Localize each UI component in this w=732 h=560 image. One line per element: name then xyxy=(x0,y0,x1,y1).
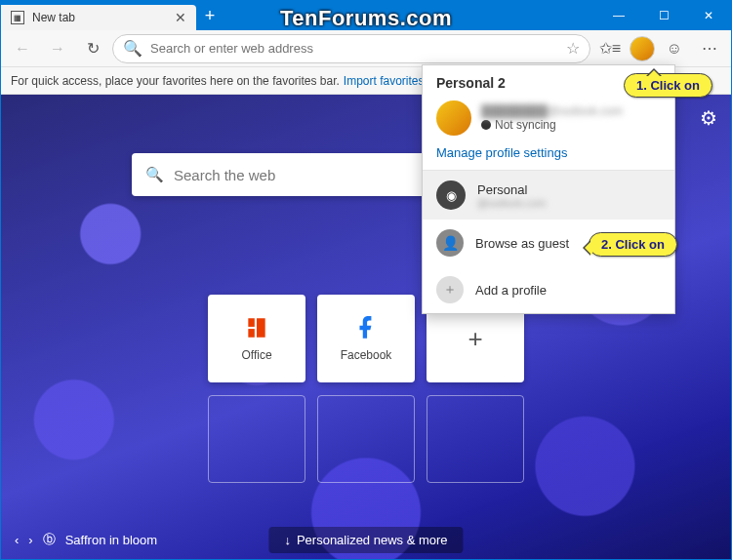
plus-icon: + xyxy=(468,324,482,354)
profile-button[interactable] xyxy=(630,36,655,61)
facebook-icon xyxy=(353,315,379,340)
svg-rect-1 xyxy=(257,318,265,338)
manage-profile-link[interactable]: Manage profile settings xyxy=(423,141,674,170)
svg-rect-2 xyxy=(248,329,255,338)
ntp-footer: ‹ › ⓑ Saffron in bloom ↓ Personalized ne… xyxy=(1,520,731,559)
browser-tab[interactable]: ▦ New tab ✕ xyxy=(1,5,196,30)
svg-rect-0 xyxy=(248,318,255,327)
annotation-callout-2: 2. Click on xyxy=(589,232,677,257)
window-controls: — ☐ ✕ xyxy=(596,1,731,30)
close-button[interactable]: ✕ xyxy=(686,1,731,30)
tile-placeholder xyxy=(427,395,524,483)
sync-status: Not syncing xyxy=(481,118,623,132)
prev-image-button[interactable]: ‹ xyxy=(15,533,19,547)
profile-name: Personal xyxy=(477,182,546,197)
maximize-button[interactable]: ☐ xyxy=(641,1,686,30)
guest-icon: 👤 xyxy=(436,229,464,257)
tab-favicon: ▦ xyxy=(11,11,24,24)
titlebar: ▦ New tab ✕ + — ☐ ✕ xyxy=(1,1,731,30)
avatar-icon: ◉ xyxy=(436,180,466,210)
news-toggle[interactable]: ↓ Personalized news & more xyxy=(268,527,463,553)
profile-email: ████████@outlook.com xyxy=(481,104,623,118)
quick-links-row2 xyxy=(208,395,524,483)
address-input[interactable] xyxy=(150,41,558,56)
search-icon: 🔍 xyxy=(123,39,142,58)
favorites-button[interactable]: ✩≡ xyxy=(594,33,626,64)
switch-profile-personal[interactable]: ◉ Personal @outlook.com xyxy=(423,171,674,220)
back-button[interactable]: ← xyxy=(7,33,38,64)
refresh-button[interactable]: ↻ xyxy=(77,33,108,64)
tile-office[interactable]: Office xyxy=(208,295,305,382)
ntp-search-placeholder: Search the web xyxy=(174,167,275,183)
tile-placeholder xyxy=(208,395,305,483)
feedback-button[interactable]: ☺ xyxy=(659,33,690,64)
new-tab-button[interactable]: + xyxy=(196,1,224,30)
profile-flyout: Personal 2 ████████@outlook.com Not sync… xyxy=(422,64,675,314)
profile-email: @outlook.com xyxy=(477,197,546,209)
sync-dot-icon xyxy=(481,120,491,130)
favorite-star-icon[interactable]: ☆ xyxy=(566,39,580,58)
favorites-bar-text: For quick access, place your favorites h… xyxy=(11,74,340,88)
avatar-icon xyxy=(436,100,471,136)
bing-icon: ⓑ xyxy=(43,531,56,548)
current-profile: ████████@outlook.com Not syncing xyxy=(423,95,674,141)
page-settings-button[interactable]: ⚙ xyxy=(700,106,717,130)
tab-title: New tab xyxy=(32,11,167,24)
office-icon xyxy=(244,315,269,340)
menu-button[interactable]: ⋯ xyxy=(694,33,725,64)
add-profile-icon: ＋ xyxy=(436,276,464,303)
image-caption: Saffron in bloom xyxy=(65,533,157,547)
next-image-button[interactable]: › xyxy=(28,533,32,547)
tile-label: Facebook xyxy=(341,348,392,362)
tab-close-icon[interactable]: ✕ xyxy=(175,10,186,25)
add-profile[interactable]: ＋ Add a profile xyxy=(423,266,674,313)
tile-placeholder xyxy=(317,395,415,483)
news-label: Personalized news & more xyxy=(297,533,448,547)
tile-facebook[interactable]: Facebook xyxy=(317,295,415,382)
annotation-callout-1: 1. Click on xyxy=(624,73,712,98)
toolbar: ← → ↻ 🔍 ☆ ✩≡ ☺ ⋯ xyxy=(1,30,731,67)
forward-button[interactable]: → xyxy=(42,33,73,64)
tile-label: Office xyxy=(241,348,271,362)
minimize-button[interactable]: — xyxy=(596,1,641,30)
search-icon: 🔍 xyxy=(145,166,164,183)
import-favorites-link[interactable]: Import favorites xyxy=(344,74,425,88)
address-bar[interactable]: 🔍 ☆ xyxy=(112,34,590,63)
chevron-down-icon: ↓ xyxy=(284,533,291,547)
